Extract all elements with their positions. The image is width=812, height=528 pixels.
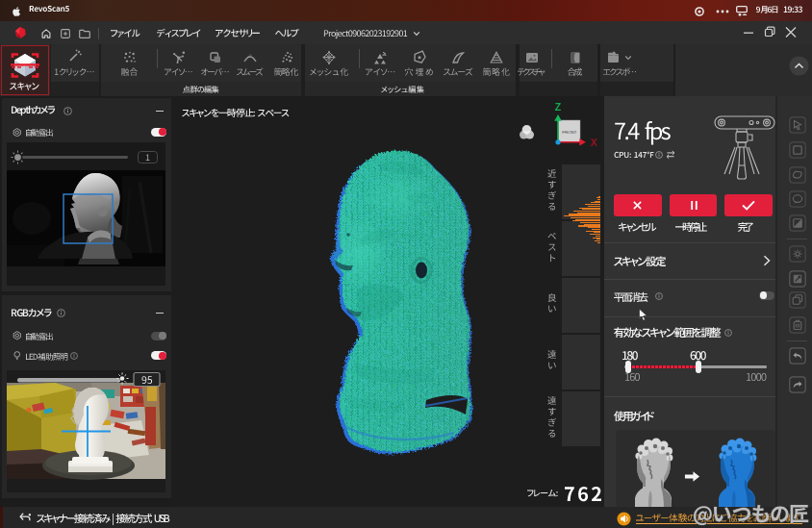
svg-text:X: X <box>590 137 596 148</box>
svg-text:FRONT: FRONT <box>562 130 576 135</box>
svg-text:Z: Z <box>555 101 562 113</box>
